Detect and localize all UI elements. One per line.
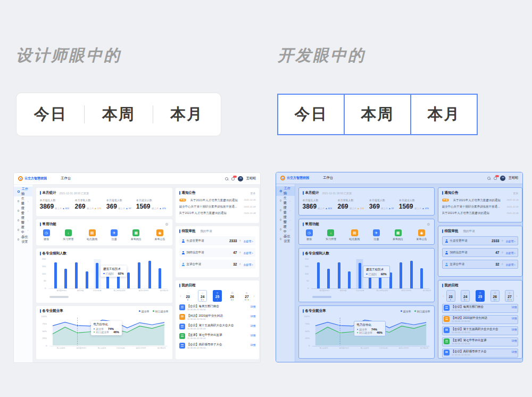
approval-item-0[interactable]: 生源变更申请2333个去处理 › bbox=[442, 236, 519, 245]
schedule-detail-link[interactable]: 详情 bbox=[511, 328, 517, 331]
schedule-detail-link[interactable]: 详情 bbox=[250, 343, 255, 346]
gear-icon[interactable]: ⚙ bbox=[165, 222, 168, 227]
quick-function-4[interactable]: ▦发布岗位 bbox=[131, 229, 142, 241]
person-icon bbox=[182, 263, 185, 266]
schedule-item-1[interactable]: 【回访】2020届毕业生回访11:30:00-12:30:00详情 bbox=[442, 315, 519, 324]
notice-item-2[interactable]: 关于2021年人才培养方案建设的通知2021-12-08 bbox=[442, 211, 519, 215]
schedule-detail-link[interactable]: 详情 bbox=[511, 305, 517, 309]
approval-item-2[interactable]: 宣讲会申请32个去处理 › bbox=[179, 260, 256, 269]
notice-more-link[interactable]: 更多 bbox=[250, 192, 255, 195]
search-icon[interactable] bbox=[225, 177, 228, 180]
schedule-item-1[interactable]: 【回访】2020届毕业生回访11:30:00-12:30:00详情 bbox=[179, 314, 256, 321]
notice-item-0[interactable]: 置顶关于2021年人才培养方案建设的通知2021-12-20 bbox=[179, 198, 256, 202]
calendar-day-23[interactable]: 一23 bbox=[184, 290, 193, 302]
notification-bell[interactable] bbox=[231, 177, 235, 180]
sidebar-item-4[interactable]: 报表中心› bbox=[276, 225, 295, 234]
header-tab-workbench[interactable]: 工作台 bbox=[61, 176, 71, 181]
segment-month[interactable]: 本月 bbox=[153, 104, 221, 125]
approval-tab-my-requests[interactable]: 我的申请 bbox=[463, 229, 475, 233]
approval-item-1[interactable]: 招聘信息申请47个去处理 › bbox=[442, 248, 519, 257]
user-avatar[interactable] bbox=[500, 176, 505, 181]
approval-action-link[interactable]: 去处理 › bbox=[243, 251, 253, 254]
calendar-day-25[interactable]: 三25 bbox=[476, 290, 485, 302]
segment-today-boxed[interactable]: 今日 bbox=[277, 94, 345, 135]
segment-week-boxed[interactable]: 本周 bbox=[344, 94, 411, 135]
gear-icon[interactable]: ⚙ bbox=[427, 222, 430, 227]
approval-action-link[interactable]: 去处理 › bbox=[243, 239, 253, 243]
approval-item-1[interactable]: 招聘信息申请47个去处理 › bbox=[179, 248, 256, 257]
calendar-day-24[interactable]: 二24 bbox=[198, 290, 207, 302]
chart-scrollbar[interactable] bbox=[49, 296, 69, 298]
approval-tab-active[interactable]: 待我审批 bbox=[445, 229, 459, 234]
schedule-detail-link[interactable]: 详情 bbox=[250, 324, 255, 327]
approval-action-link[interactable]: 去处理 › bbox=[505, 239, 515, 243]
sidebar-item-5[interactable]: 系统设置 bbox=[276, 234, 295, 244]
approval-tab-active[interactable]: 待我审批 bbox=[182, 229, 196, 234]
quick-function-1[interactable]: ↓实习管理 bbox=[63, 229, 73, 241]
approval-action-link[interactable]: 去处理 › bbox=[505, 251, 515, 254]
quick-function-5[interactable]: ◉发布公告 bbox=[416, 229, 427, 241]
bar bbox=[317, 262, 320, 289]
calendar-day-25[interactable]: 三25 bbox=[213, 290, 222, 302]
schedule-detail-link[interactable]: 详情 bbox=[250, 334, 255, 337]
quick-function-0[interactable]: ◷请假 bbox=[306, 229, 313, 241]
quick-function-3[interactable]: ✈注册 bbox=[373, 229, 380, 241]
approval-action-link[interactable]: 去处理 › bbox=[243, 263, 253, 266]
approval-item-0[interactable]: 生源变更申请2333个去处理 › bbox=[179, 236, 256, 245]
calendar-day-23[interactable]: 一23 bbox=[446, 290, 455, 302]
calendar-prev-icon[interactable]: ‹ bbox=[179, 294, 182, 298]
accent-bar bbox=[303, 252, 304, 255]
header-tab-workbench[interactable]: 工作台 bbox=[323, 176, 334, 180]
approval-action-link[interactable]: 去处理 › bbox=[505, 263, 515, 266]
notice-item-0[interactable]: 置顶关于2021年人才培养方案建设的通知2021-12-20 bbox=[442, 198, 519, 202]
schedule-item-4[interactable]: 【会议】高职领导班子大会11:30:00-12:30:00详情 bbox=[179, 343, 256, 350]
quick-function-0[interactable]: ◷请假 bbox=[43, 229, 50, 241]
calendar-next-icon[interactable]: › bbox=[515, 294, 518, 298]
calendar-day-27[interactable]: 五27 bbox=[242, 290, 251, 302]
quick-function-5[interactable]: ◉发布公告 bbox=[154, 229, 165, 241]
quick-function-4[interactable]: ▦发布岗位 bbox=[393, 229, 403, 241]
schedule-item-3[interactable]: 【宣讲】第七中学外出宣讲11:30:00-12:30:00详情 bbox=[179, 333, 256, 340]
notice-item-2[interactable]: 关于2021年人才培养方案建设的通知2021-12-08 bbox=[179, 211, 256, 215]
chart-scrollbar[interactable] bbox=[312, 296, 331, 298]
schedule-item-0[interactable]: 【会议】每周五部门例会11:30:00-12:30:00详情 bbox=[442, 304, 519, 313]
notice-item-1[interactable]: 就业中心关于第十期职业素养训练营开营通...2021-12-09 bbox=[179, 205, 256, 209]
sidebar-item-5[interactable]: 系统设置 bbox=[14, 235, 32, 244]
calendar-next-icon[interactable]: › bbox=[252, 294, 255, 298]
quick-function-label: 实习管理 bbox=[63, 237, 73, 241]
schedule-detail-link[interactable]: 详情 bbox=[511, 317, 517, 320]
segment-today[interactable]: 今日 bbox=[16, 104, 84, 125]
quick-function-2[interactable]: ▤站点新闻 bbox=[349, 229, 360, 241]
person-icon bbox=[445, 251, 448, 254]
calendar-day-24[interactable]: 二24 bbox=[461, 290, 470, 302]
calendar-prev-icon[interactable]: ‹ bbox=[442, 294, 445, 298]
user-avatar[interactable] bbox=[238, 176, 243, 181]
approval-item-2[interactable]: 宣讲会申请32个去处理 › bbox=[442, 260, 519, 269]
schedule-detail-link[interactable]: 详情 bbox=[511, 350, 517, 353]
schedule-detail-link[interactable]: 详情 bbox=[250, 315, 255, 318]
quick-function-1[interactable]: ↓实习管理 bbox=[326, 229, 336, 241]
schedule-item-3[interactable]: 【宣讲】第七中学外出宣讲11:30:00-12:30:00详情 bbox=[442, 337, 519, 346]
calendar-day-27[interactable]: 五27 bbox=[505, 290, 514, 302]
notice-item-1[interactable]: 就业中心关于第十期职业素养训练营开营通...2021-12-09 bbox=[442, 205, 519, 209]
notification-bell[interactable] bbox=[494, 177, 497, 180]
quick-function-label: 请假 bbox=[44, 237, 49, 241]
schedule-item-0[interactable]: 【会议】每周五部门例会11:30:00-12:30:00详情 bbox=[179, 304, 256, 311]
search-icon[interactable] bbox=[487, 177, 491, 180]
segment-week[interactable]: 本周 bbox=[85, 104, 152, 125]
quick-function-2[interactable]: ▤站点新闻 bbox=[87, 229, 97, 241]
schedule-detail-link[interactable]: 详情 bbox=[511, 339, 517, 342]
calendar-day-26[interactable]: 四26 bbox=[491, 290, 500, 302]
schedule-detail-link[interactable]: 详情 bbox=[250, 305, 255, 308]
notice-more-link[interactable]: 更多 bbox=[513, 192, 518, 195]
schedule-item-2[interactable]: 【会议】第十五届高职大会大会大会11:30:00-12:30:00详情 bbox=[442, 326, 519, 335]
calendar-day-26[interactable]: 四26 bbox=[228, 290, 237, 302]
quick-function-3[interactable]: ✈注册 bbox=[111, 229, 118, 241]
approval-tab-my-requests[interactable]: 我的申请 bbox=[201, 229, 212, 233]
schedule-item-4[interactable]: 【会议】高职领导班子大会11:30:00-12:30:00详情 bbox=[442, 349, 519, 358]
legend-dot bbox=[153, 310, 154, 312]
sidebar-item-4[interactable]: 报表中心› bbox=[14, 225, 32, 235]
schedule-item-2[interactable]: 【会议】第十五届高职大会大会大会11:30:00-12:30:00详情 bbox=[179, 324, 256, 330]
segment-month-boxed[interactable]: 本月 bbox=[410, 94, 478, 135]
stat-1: 本月录取人数269较上月 ▲ 123 bbox=[338, 198, 369, 210]
